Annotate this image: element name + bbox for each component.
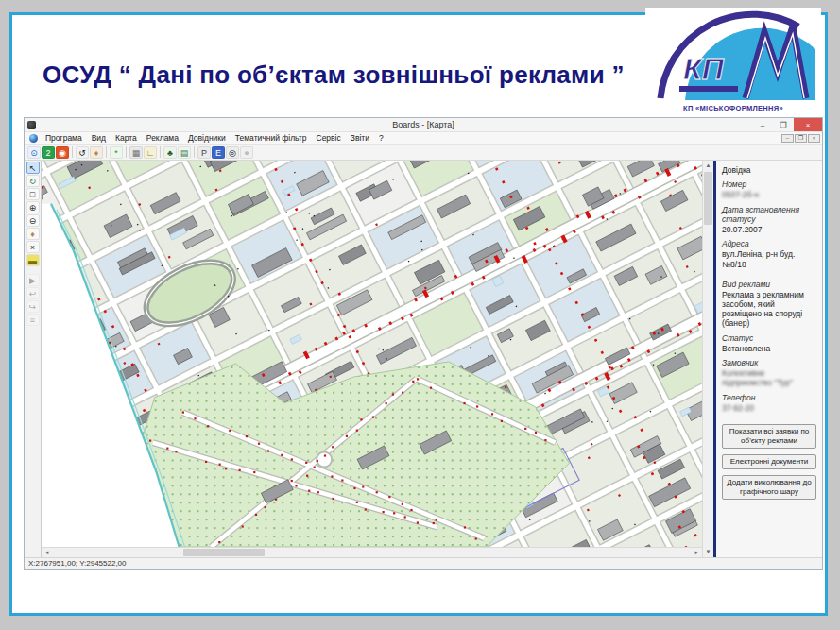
toolbar-separator [160, 146, 161, 158]
presentation-slide-stage: ОСУД “ Дані по об’єктам зовнішньої рекла… [0, 0, 840, 630]
toolbar-separator [72, 146, 73, 158]
binoculars-search-icon[interactable]: ◎ [226, 146, 239, 159]
menu-bar: Програма Вид Карта Реклама Довідники Тем… [25, 132, 822, 145]
field-label-phone: Телефон [722, 393, 816, 402]
map-canvas[interactable] [42, 161, 702, 547]
cut-tool[interactable]: × [26, 241, 40, 253]
zoom-out-tool[interactable]: ⊖ [26, 214, 40, 227]
mdi-close-button[interactable]: × [808, 134, 820, 143]
report-doc-icon[interactable]: ▤ [178, 146, 191, 159]
scroll-left-icon[interactable]: ◄ [42, 548, 52, 557]
scroll-down-icon[interactable]: ▼ [703, 547, 713, 557]
mdi-restore-button[interactable]: ❐ [795, 134, 807, 143]
menu-karta[interactable]: Карта [111, 133, 142, 143]
refresh-layer-icon[interactable]: 2 [42, 146, 55, 159]
pan-tool[interactable]: ♦ [26, 228, 40, 240]
toolbar-separator [106, 146, 107, 158]
slide-background: ОСУД “ Дані по об’єктам зовнішньої рекла… [9, 12, 828, 616]
list-tool: ≡ [26, 314, 40, 326]
field-label-address: Адреса [722, 239, 816, 248]
menu-tematychnyi-filtr[interactable]: Тематичний фільтр [231, 133, 312, 143]
help-doc-icon[interactable]: E [212, 146, 225, 159]
horizontal-scrollbar[interactable]: ◄ ► [42, 547, 702, 557]
scroll-up-icon[interactable]: ▲ [703, 161, 713, 171]
pan-hand-icon[interactable]: ♦ [90, 146, 103, 159]
vertical-scroll-thumb[interactable] [704, 172, 712, 225]
field-value-phone: 37-92-20 [722, 403, 816, 413]
toolbar-separator [194, 146, 195, 158]
field-label-customer: Замовник [722, 358, 816, 367]
field-label-status: Статус [722, 333, 816, 343]
vertical-scrollbar[interactable]: ▲ ▼ [702, 161, 713, 557]
restore-button[interactable]: ❐ [773, 118, 794, 131]
zoom-search-icon[interactable]: ⊙ [27, 146, 41, 159]
main-toolbar: ⊙2◉↺♦*▦∟♣▤PE◎● [25, 145, 822, 161]
show-requests-button[interactable]: Показати всі заявки по об'єкту реклами [722, 424, 816, 449]
boards-app-window: Boards - [Карта] – ❐ × Програма Вид Карт… [24, 117, 823, 570]
field-value-status: Встановлена [722, 344, 816, 353]
zoom-in-tool[interactable]: ⊕ [26, 201, 40, 213]
select-arrow-tool[interactable]: ↖ [26, 162, 40, 174]
menu-reklama[interactable]: Реклама [142, 133, 183, 143]
tree-layer-icon[interactable]: ♣ [163, 146, 177, 159]
add-clipping-button[interactable]: Додати виколювання до графічного шару [722, 475, 816, 500]
field-value-nomer: 0507-2б-н [722, 190, 816, 199]
menu-zvity[interactable]: Звіти [346, 133, 374, 143]
info-panel: Довідка Номер 0507-2б-н Дата встановленн… [716, 161, 822, 557]
mdi-minimize-button[interactable]: – [781, 134, 794, 143]
field-label-status-date: Дата встановлення статусу [722, 205, 816, 224]
field-value-ad-type: Реклама з рекламним засобом, який розміщ… [722, 290, 816, 329]
horizontal-scroll-thumb[interactable] [183, 549, 265, 556]
program-globe-icon [29, 134, 38, 143]
scroll-right-icon[interactable]: ► [692, 548, 702, 557]
menu-help[interactable]: ? [374, 133, 388, 143]
refresh-map-tool[interactable]: ↻ [26, 175, 40, 187]
panel-header: Довідка [722, 165, 816, 175]
grid-block-icon[interactable]: ▦ [129, 146, 143, 159]
menu-programa[interactable]: Програма [41, 133, 87, 143]
disabled-tool-icon: ● [240, 146, 253, 159]
cursor-coordinates: X:2767951,00; Y:2945522,00 [28, 559, 127, 568]
field-value-status-date: 20.07.2007 [722, 225, 816, 234]
highlight-tool[interactable]: ▬ [26, 254, 40, 266]
redo-tool: ↪ [26, 300, 40, 313]
field-label-nomer: Номер [722, 179, 816, 189]
field-label-ad-type: Вид реклами [722, 280, 816, 289]
menu-servis[interactable]: Сервіс [312, 133, 346, 143]
electronic-documents-button[interactable]: Електронні документи [722, 454, 816, 469]
map-tool-palette: ↖↻□⊕⊖♦×▬▶↩↪≡ [25, 161, 42, 557]
company-logo: КП КП «МІСЬКОФОРМЛЕННЯ» [645, 8, 821, 123]
snap-star-icon[interactable]: * [110, 146, 123, 159]
menu-vyd[interactable]: Вид [87, 133, 111, 143]
menu-dovidnyky[interactable]: Довідники [183, 133, 231, 143]
logo-caption: КП «МІСЬКОФОРМЛЕННЯ» [645, 104, 821, 112]
company-logo-graphic: КП [647, 8, 819, 106]
play-tool: ▶ [26, 274, 40, 286]
print-icon[interactable]: P [197, 146, 211, 159]
measure-angle-icon[interactable]: ∟ [144, 146, 157, 159]
window-title: Boards - [Карта] [25, 120, 822, 129]
field-value-address: вул.Леніна, р-н буд. №8/18 [722, 249, 816, 268]
undo-tool: ↩ [26, 287, 40, 299]
field-value-customer: Колективне підприємство "Тур" [722, 368, 816, 387]
stop-record-icon[interactable]: ◉ [56, 146, 69, 159]
slide-title: ОСУД “ Дані по об’єктам зовнішньої рекла… [43, 60, 625, 90]
minimize-button[interactable]: – [752, 118, 773, 131]
title-bar[interactable]: Boards - [Карта] – ❐ × [25, 118, 822, 132]
rect-select-tool[interactable]: □ [26, 188, 40, 200]
rotate-view-icon[interactable]: ↺ [76, 146, 89, 159]
status-bar: X:2767951,00; Y:2945522,00 [25, 557, 822, 569]
logo-letters: КП [683, 52, 725, 86]
toolbar-separator [126, 146, 127, 158]
close-button[interactable]: × [794, 118, 822, 131]
